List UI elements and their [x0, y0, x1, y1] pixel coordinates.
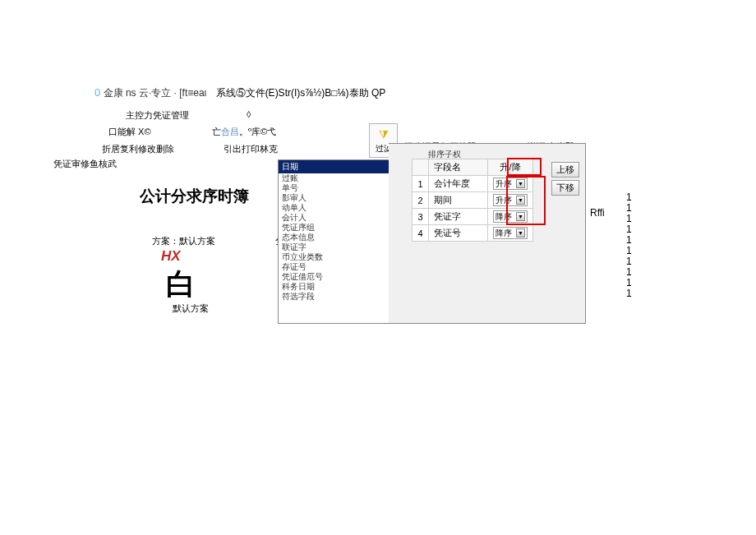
toolbar-audit-group[interactable]: 凭证审修鱼核武	[53, 158, 117, 170]
order-value: 升序	[496, 178, 512, 190]
menu-bar-text[interactable]: 系线⑤文件(E)Str(I)s⅞½)B□⅛)泰助 QP	[216, 87, 386, 99]
header-fieldname: 字段名	[429, 159, 488, 176]
line3b-post: 。º库©弋	[239, 127, 276, 136]
title-text1: 金康 ns 云·专立 · [ft≡eaι	[104, 87, 207, 99]
chevron-down-icon[interactable]: ▼	[516, 212, 525, 221]
page-title: 公计分求序时簿	[140, 186, 249, 207]
line3b-pre: 亡	[212, 127, 221, 136]
toolbar-item-b[interactable]: 亡合昌。º库©弋	[212, 126, 276, 138]
list-item[interactable]: 过账	[279, 173, 389, 183]
listbox-selected[interactable]: 日期	[279, 160, 389, 173]
list-item[interactable]: 影审人	[279, 193, 389, 203]
move-down-button[interactable]: 下移	[551, 180, 579, 196]
ones-column: 1 1 1 1 1 1 1 1 1 1	[626, 192, 632, 299]
toolbar-print-group[interactable]: 引出打印林克	[224, 143, 278, 155]
order-cell[interactable]: 升序▼	[488, 192, 533, 209]
order-cell[interactable]: 升序▼	[488, 176, 533, 192]
row-num: 2	[413, 192, 429, 209]
order-value: 升序	[496, 195, 512, 206]
list-item[interactable]: 会计人	[279, 213, 389, 223]
order-dropdown[interactable]: 降序▼	[493, 227, 528, 239]
hx-label: HX	[161, 248, 181, 265]
title-bar: 0 金康 ns 云·专立 · [ft≡eaι 系线⑤文件(E)Str(I)s⅞½…	[94, 86, 385, 100]
order-value: 降序	[496, 211, 512, 223]
header-num	[413, 159, 429, 176]
row-num: 4	[413, 225, 429, 242]
list-item[interactable]: 态本信息	[279, 233, 389, 242]
chevron-down-icon[interactable]: ▼	[516, 179, 525, 188]
nav-voucher-mgmt: 主控力凭证管理	[126, 109, 189, 122]
default-plan-item[interactable]: 默认方案	[173, 302, 209, 315]
list-item[interactable]: 存证号	[279, 262, 389, 272]
diamond-icon: ◊	[247, 109, 251, 119]
list-item[interactable]: 联证字	[279, 242, 389, 252]
field-listbox[interactable]: 日期 过账 单号 影审人 动单人 会计人 凭证序组 态本信息 联证字 币立业类数…	[278, 159, 389, 324]
list-item[interactable]: 币立业类数	[279, 252, 389, 262]
sort-dialog: 排序子权 字段名 升/降 1 会计年度 升序▼ 2 期间 升序▼ 3 凭证字 降…	[389, 143, 586, 324]
grid-header-row: 字段名 升/降	[413, 159, 533, 176]
table-row[interactable]: 1 会计年度 升序▼	[413, 176, 533, 192]
list-item[interactable]: 科务日期	[279, 282, 389, 292]
row-name: 凭证号	[429, 225, 488, 242]
sort-grid: 字段名 升/降 1 会计年度 升序▼ 2 期间 升序▼ 3 凭证字 降序▼ 4 …	[412, 159, 533, 242]
toolbar-item-a[interactable]: 口能解 X©	[108, 126, 151, 138]
bai-label: 白	[166, 265, 196, 305]
list-item[interactable]: 凭证序组	[279, 223, 389, 233]
row-name: 期间	[429, 192, 488, 209]
plan-text: 方案：默认方案	[152, 236, 215, 246]
order-dropdown[interactable]: 升序▼	[493, 178, 528, 190]
order-cell[interactable]: 降序▼	[488, 225, 533, 242]
rffi-label: Rffi	[590, 207, 605, 219]
table-row[interactable]: 4 凭证号 降序▼	[413, 225, 533, 242]
list-item[interactable]: 动单人	[279, 203, 389, 213]
order-cell[interactable]: 降序▼	[488, 209, 533, 225]
title-zero: 0	[94, 86, 100, 99]
row-name: 会计年度	[429, 176, 488, 192]
table-row[interactable]: 2 期间 升序▼	[413, 192, 533, 209]
list-item[interactable]: 单号	[279, 183, 389, 193]
order-dropdown[interactable]: 升序▼	[493, 194, 528, 206]
list-item[interactable]: 凭证借厄号	[279, 272, 389, 282]
order-value: 降序	[496, 228, 512, 239]
list-item[interactable]: 符选字段	[279, 292, 389, 302]
toolbar-edit-group[interactable]: 折居复利修改删除	[102, 143, 174, 155]
chevron-down-icon[interactable]: ▼	[516, 196, 525, 205]
move-up-button[interactable]: 上移	[551, 162, 579, 178]
plan-label: 方案：默认方案	[152, 235, 215, 247]
order-dropdown[interactable]: 降序▼	[493, 210, 528, 223]
row-num: 1	[413, 176, 429, 192]
funnel-icon: ⧩	[379, 127, 389, 141]
row-name: 凭证字	[429, 209, 488, 225]
row-num: 3	[413, 209, 429, 225]
header-order: 升/降	[488, 159, 533, 176]
line3b-highlight: 合昌	[221, 127, 239, 136]
chevron-down-icon[interactable]: ▼	[516, 228, 525, 238]
table-row[interactable]: 3 凭证字 降序▼	[413, 209, 533, 225]
